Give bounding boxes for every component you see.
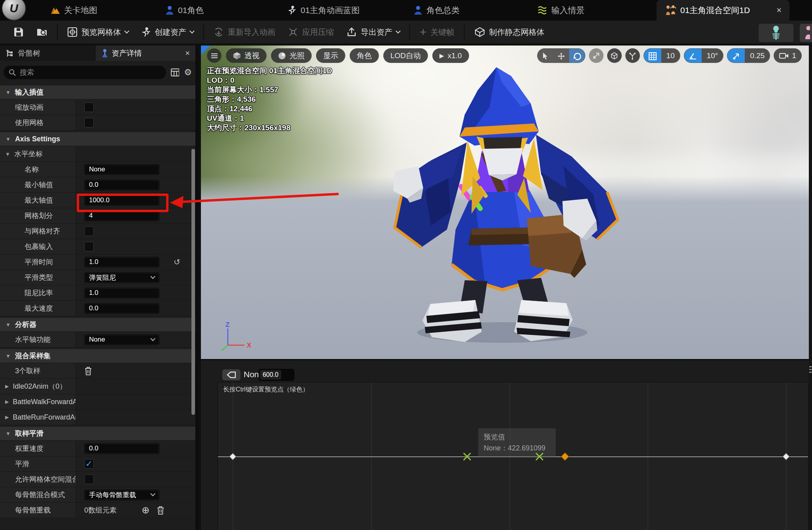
tab-skeleton-tree[interactable]: 骨骼树 bbox=[0, 46, 96, 61]
viewport-menu-button[interactable] bbox=[207, 48, 221, 63]
scale-anim-checkbox[interactable] bbox=[84, 103, 94, 112]
add-element-icon[interactable]: ⊕ bbox=[142, 505, 150, 516]
smoothing-time-input[interactable]: 1.0 bbox=[84, 257, 159, 268]
smoothing-type-dropdown[interactable]: 弹簧阻尼 bbox=[84, 272, 159, 283]
reimport-animation-button[interactable]: 重新导入动画 bbox=[207, 23, 282, 41]
tab-blendspace-1d-active[interactable]: 01主角混合空间1D × bbox=[657, 0, 789, 21]
asset-details-panel: 骨骼树 资产详情 × 搜索 ⚙ ▼输入插值 缩放动画 使用网格 ▼Axis bbox=[0, 46, 198, 530]
collapsed-panel-strip[interactable] bbox=[809, 46, 812, 530]
section-analyzer[interactable]: ▼分析器 bbox=[0, 318, 195, 331]
row-sample-walk[interactable]: ▶BattleWalkForwardAr bbox=[0, 394, 195, 410]
close-icon[interactable]: × bbox=[185, 49, 190, 58]
blend-param-value-box[interactable]: 600.0 bbox=[259, 369, 294, 381]
show-skeleton-button[interactable] bbox=[759, 24, 793, 42]
weight-speed-input[interactable]: 0.0 bbox=[84, 443, 159, 454]
sample-marker-min[interactable] bbox=[229, 453, 236, 460]
select-tool-button[interactable] bbox=[538, 49, 553, 63]
rotate-tool-button[interactable] bbox=[569, 49, 585, 63]
chevron-down-icon bbox=[396, 28, 401, 34]
row-use-grid: 使用网格 bbox=[0, 115, 195, 131]
row-sample-idle[interactable]: ▶Idle02Anim（0） bbox=[0, 379, 195, 394]
wrap-input-checkbox[interactable] bbox=[84, 242, 94, 251]
selected-sample-marker[interactable] bbox=[561, 452, 569, 461]
show-mesh-button[interactable] bbox=[800, 24, 812, 42]
section-input-interp[interactable]: ▼输入插值 bbox=[0, 85, 195, 99]
grid-snap-control[interactable]: 10 bbox=[644, 48, 680, 63]
save-button[interactable] bbox=[7, 23, 30, 41]
camera-speed-control[interactable]: 1 bbox=[774, 48, 802, 63]
tab-character-class[interactable]: 角色总类 bbox=[414, 0, 460, 21]
create-asset-button[interactable]: 创建资产 bbox=[135, 23, 200, 41]
use-grid-checkbox[interactable] bbox=[84, 118, 94, 127]
reset-to-default-icon[interactable]: ↺ bbox=[174, 257, 180, 267]
character-menu-button[interactable]: 角色 bbox=[350, 48, 379, 63]
lit-mode-button[interactable]: 光照 bbox=[271, 48, 312, 63]
property-label: 阻尼比率 bbox=[0, 285, 76, 300]
allow-mesh-space-blend-checkbox[interactable] bbox=[84, 475, 94, 484]
top-tab-bar: U 关卡地图 01角色 01主角动画蓝图 角色总类 输入情景 01主角混合空间1… bbox=[0, 0, 812, 21]
world-local-toggle-button[interactable] bbox=[607, 48, 622, 63]
browse-to-asset-button[interactable] bbox=[30, 23, 54, 41]
grid-snap-icon bbox=[644, 49, 661, 63]
panel-tab-strip: 骨骼树 资产详情 × bbox=[0, 46, 195, 61]
scale-snap-icon bbox=[727, 49, 745, 63]
max-speed-input[interactable]: 0.0 bbox=[84, 303, 159, 314]
surface-snap-button[interactable] bbox=[625, 48, 640, 63]
min-axis-input[interactable]: 0.0 bbox=[84, 180, 159, 190]
row-scale-anim: 缩放动画 bbox=[0, 100, 195, 115]
make-static-mesh-button[interactable]: 制作静态网格体 bbox=[468, 23, 551, 41]
tab-anim-blueprint[interactable]: 01主角动画蓝图 bbox=[287, 0, 360, 21]
move-tool-button[interactable] bbox=[553, 49, 569, 63]
tab-level-map[interactable]: 关卡地图 bbox=[51, 0, 97, 21]
row-per-bone-overrides: 每骨骼重载 0数组元素 ⊕ bbox=[0, 503, 195, 518]
smooth-checkbox[interactable]: ✓ bbox=[84, 459, 94, 469]
row-sample-run[interactable]: ▶BattleRunForwardAni bbox=[0, 410, 195, 425]
delete-samples-trash-icon[interactable] bbox=[84, 366, 92, 376]
tab-asset-details[interactable]: 资产详情 × bbox=[96, 46, 195, 61]
axis-name-input[interactable]: None bbox=[84, 164, 159, 175]
scale-tool-button[interactable] bbox=[589, 48, 604, 63]
section-sample-smoothing[interactable]: ▼取样平滑 bbox=[0, 427, 195, 440]
apply-compression-button[interactable]: 应用压缩 bbox=[282, 23, 340, 41]
lod-auto-button[interactable]: LOD自动 bbox=[383, 48, 428, 63]
export-asset-button[interactable]: 导出资产 bbox=[340, 23, 406, 41]
clear-array-trash-icon[interactable] bbox=[157, 505, 165, 515]
per-bone-blend-mode-dropdown[interactable]: 手动每骨骼重载 bbox=[84, 490, 159, 500]
damping-ratio-input[interactable]: 1.0 bbox=[84, 288, 159, 298]
preview-point-marker-filtered[interactable] bbox=[534, 452, 545, 462]
triangle-right-icon: ▶ bbox=[5, 414, 9, 420]
play-speed-button[interactable]: ▶ x1.0 bbox=[432, 48, 469, 63]
tab-input-context[interactable]: 输入情景 bbox=[537, 0, 585, 21]
toolbar-right-group bbox=[759, 21, 812, 45]
scale-snap-control[interactable]: 0.25 bbox=[727, 48, 770, 63]
close-icon[interactable]: × bbox=[776, 5, 782, 15]
settings-gear-icon[interactable]: ⚙ bbox=[184, 67, 192, 78]
row-horizontal-axis-function: 水平轴功能 None bbox=[0, 332, 195, 348]
row-horizontal-axis[interactable]: ▼水平坐标 bbox=[0, 146, 195, 162]
show-menu-button[interactable]: 显示 bbox=[316, 48, 345, 63]
section-label: Axis Settings bbox=[15, 135, 60, 143]
section-axis-settings[interactable]: ▼Axis Settings bbox=[0, 132, 195, 146]
property-label: 平滑 bbox=[0, 456, 76, 471]
input-value: 1.0 bbox=[89, 258, 98, 266]
character-model[interactable] bbox=[384, 59, 629, 352]
unreal-logo-icon[interactable]: U bbox=[2, 0, 26, 21]
section-blend-samples[interactable]: ▼混合采样集 bbox=[0, 349, 195, 363]
search-input[interactable]: 搜索 bbox=[4, 66, 166, 79]
snap-to-grid-checkbox[interactable] bbox=[84, 226, 94, 236]
chevron-down-icon bbox=[150, 491, 155, 496]
tab-character[interactable]: 01角色 bbox=[165, 0, 204, 21]
back-button[interactable] bbox=[222, 369, 240, 380]
preview-point-marker[interactable] bbox=[462, 452, 472, 462]
angle-snap-control[interactable]: 10° bbox=[684, 48, 724, 63]
preview-mesh-button[interactable]: 预览网格体 bbox=[61, 23, 135, 41]
keyframe-button[interactable]: + 关键帧 bbox=[413, 23, 461, 41]
perspective-button[interactable]: 透视 bbox=[226, 48, 267, 63]
scale-snap-value: 0.25 bbox=[745, 49, 770, 63]
sample-marker-max[interactable] bbox=[782, 453, 789, 460]
view-options-grid-icon[interactable] bbox=[171, 68, 180, 76]
blendspace-graph[interactable]: 长按Ctrl键设置预览点（绿色） 预览值 None：422.691099 bbox=[218, 382, 808, 530]
horizontal-axis-function-dropdown[interactable]: None bbox=[84, 334, 159, 345]
property-label: 每骨骼重载 bbox=[0, 503, 76, 518]
panel-scrollbar[interactable] bbox=[191, 149, 195, 415]
